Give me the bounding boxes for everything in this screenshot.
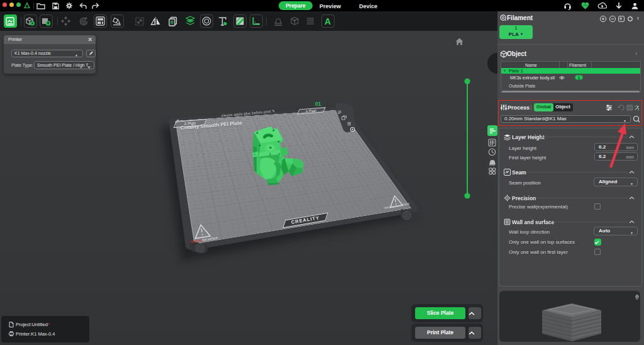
svg-text:Warning hot surface: Warning hot surface bbox=[384, 202, 410, 210]
svg-text:hot surface: hot surface bbox=[202, 235, 218, 242]
